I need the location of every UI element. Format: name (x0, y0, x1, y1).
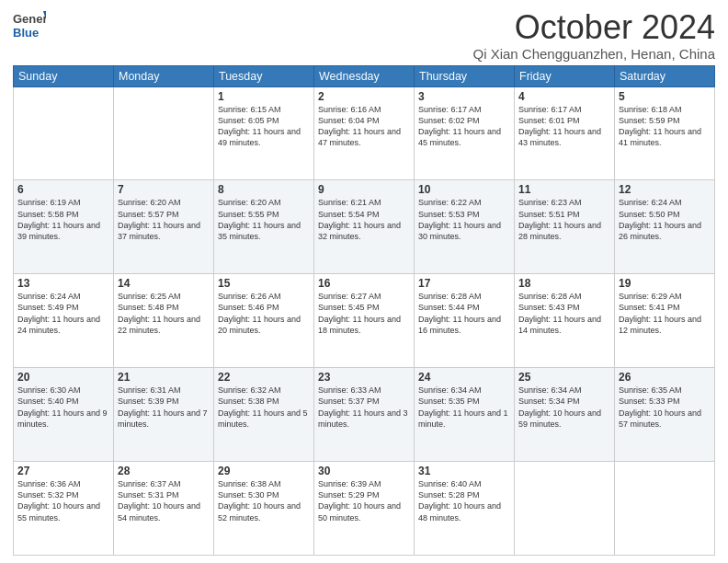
calendar-day-header: Monday (114, 65, 214, 86)
calendar-cell: 23 Sunrise: 6:33 AMSunset: 5:37 PMDaylig… (314, 368, 415, 462)
day-number: 7 (118, 183, 210, 196)
calendar-cell: 19 Sunrise: 6:29 AMSunset: 5:41 PMDaylig… (615, 274, 715, 368)
calendar-cell: 22 Sunrise: 6:32 AMSunset: 5:38 PMDaylig… (214, 368, 314, 462)
calendar-cell: 17 Sunrise: 6:28 AMSunset: 5:44 PMDaylig… (415, 274, 515, 368)
day-info: Sunrise: 6:35 AMSunset: 5:33 PMDaylight:… (619, 385, 711, 430)
header: General Blue October 2024 Qi Xian Chengg… (13, 9, 715, 62)
day-number: 9 (318, 183, 410, 196)
calendar-cell (615, 462, 715, 556)
calendar-day-header: Sunday (14, 65, 114, 86)
title-block: October 2024 Qi Xian Chengguanzhen, Hena… (472, 9, 715, 62)
day-number: 21 (118, 371, 210, 384)
day-number: 14 (118, 277, 210, 290)
calendar-week-row: 27 Sunrise: 6:36 AMSunset: 5:32 PMDaylig… (14, 462, 715, 556)
day-info: Sunrise: 6:20 AMSunset: 5:55 PMDaylight:… (218, 197, 310, 242)
day-info: Sunrise: 6:33 AMSunset: 5:37 PMDaylight:… (318, 385, 410, 430)
day-number: 25 (518, 371, 610, 384)
month-title: October 2024 (472, 9, 715, 46)
day-number: 13 (17, 277, 109, 290)
calendar-cell: 11 Sunrise: 6:23 AMSunset: 5:51 PMDaylig… (515, 180, 615, 274)
calendar-day-header: Friday (515, 65, 615, 86)
day-number: 23 (318, 371, 410, 384)
day-info: Sunrise: 6:27 AMSunset: 5:45 PMDaylight:… (318, 291, 410, 336)
day-info: Sunrise: 6:17 AMSunset: 6:01 PMDaylight:… (518, 104, 610, 149)
calendar-cell: 13 Sunrise: 6:24 AMSunset: 5:49 PMDaylig… (14, 274, 114, 368)
day-number: 27 (17, 465, 109, 477)
day-number: 11 (518, 183, 610, 196)
calendar-cell (515, 462, 615, 556)
day-info: Sunrise: 6:20 AMSunset: 5:57 PMDaylight:… (118, 197, 210, 242)
calendar-week-row: 13 Sunrise: 6:24 AMSunset: 5:49 PMDaylig… (14, 274, 715, 368)
calendar-day-header: Saturday (615, 65, 715, 86)
calendar-cell: 4 Sunrise: 6:17 AMSunset: 6:01 PMDayligh… (515, 86, 615, 180)
day-number: 12 (619, 183, 711, 196)
calendar-cell: 24 Sunrise: 6:34 AMSunset: 5:35 PMDaylig… (415, 368, 515, 462)
calendar-cell: 14 Sunrise: 6:25 AMSunset: 5:48 PMDaylig… (114, 274, 214, 368)
svg-text:General: General (13, 12, 46, 26)
day-info: Sunrise: 6:28 AMSunset: 5:43 PMDaylight:… (518, 291, 610, 336)
calendar-cell: 18 Sunrise: 6:28 AMSunset: 5:43 PMDaylig… (515, 274, 615, 368)
calendar-cell: 3 Sunrise: 6:17 AMSunset: 6:02 PMDayligh… (415, 86, 515, 180)
day-info: Sunrise: 6:39 AMSunset: 5:29 PMDaylight:… (318, 478, 410, 523)
day-info: Sunrise: 6:36 AMSunset: 5:32 PMDaylight:… (17, 478, 109, 523)
day-info: Sunrise: 6:21 AMSunset: 5:54 PMDaylight:… (318, 197, 410, 242)
calendar-table: SundayMondayTuesdayWednesdayThursdayFrid… (13, 65, 715, 556)
day-number: 20 (17, 371, 109, 384)
calendar-cell: 15 Sunrise: 6:26 AMSunset: 5:46 PMDaylig… (214, 274, 314, 368)
logo: General Blue (13, 9, 46, 42)
calendar-cell: 8 Sunrise: 6:20 AMSunset: 5:55 PMDayligh… (214, 180, 314, 274)
day-info: Sunrise: 6:24 AMSunset: 5:49 PMDaylight:… (17, 291, 109, 336)
day-number: 22 (218, 371, 310, 384)
calendar-cell: 9 Sunrise: 6:21 AMSunset: 5:54 PMDayligh… (314, 180, 415, 274)
day-info: Sunrise: 6:29 AMSunset: 5:41 PMDaylight:… (619, 291, 711, 336)
day-number: 17 (418, 277, 510, 290)
day-info: Sunrise: 6:40 AMSunset: 5:28 PMDaylight:… (418, 478, 510, 523)
calendar-cell: 1 Sunrise: 6:15 AMSunset: 6:05 PMDayligh… (214, 86, 314, 180)
day-number: 8 (218, 183, 310, 196)
calendar-day-header: Thursday (415, 65, 515, 86)
day-number: 28 (118, 465, 210, 477)
day-info: Sunrise: 6:26 AMSunset: 5:46 PMDaylight:… (218, 291, 310, 336)
day-info: Sunrise: 6:30 AMSunset: 5:40 PMDaylight:… (17, 385, 109, 430)
calendar-cell: 26 Sunrise: 6:35 AMSunset: 5:33 PMDaylig… (615, 368, 715, 462)
day-info: Sunrise: 6:24 AMSunset: 5:50 PMDaylight:… (619, 197, 711, 242)
day-info: Sunrise: 6:32 AMSunset: 5:38 PMDaylight:… (218, 385, 310, 430)
calendar-cell: 21 Sunrise: 6:31 AMSunset: 5:39 PMDaylig… (114, 368, 214, 462)
location-title: Qi Xian Chengguanzhen, Henan, China (472, 46, 715, 62)
calendar-cell: 20 Sunrise: 6:30 AMSunset: 5:40 PMDaylig… (14, 368, 114, 462)
day-info: Sunrise: 6:31 AMSunset: 5:39 PMDaylight:… (118, 385, 210, 430)
calendar-cell: 31 Sunrise: 6:40 AMSunset: 5:28 PMDaylig… (415, 462, 515, 556)
day-info: Sunrise: 6:22 AMSunset: 5:53 PMDaylight:… (418, 197, 510, 242)
day-number: 30 (318, 465, 410, 477)
day-info: Sunrise: 6:25 AMSunset: 5:48 PMDaylight:… (118, 291, 210, 336)
day-number: 6 (17, 183, 109, 196)
day-number: 31 (418, 465, 510, 477)
calendar-cell: 12 Sunrise: 6:24 AMSunset: 5:50 PMDaylig… (615, 180, 715, 274)
calendar-header-row: SundayMondayTuesdayWednesdayThursdayFrid… (14, 65, 715, 86)
calendar-cell: 2 Sunrise: 6:16 AMSunset: 6:04 PMDayligh… (314, 86, 415, 180)
day-info: Sunrise: 6:37 AMSunset: 5:31 PMDaylight:… (118, 478, 210, 523)
day-number: 18 (518, 277, 610, 290)
day-info: Sunrise: 6:17 AMSunset: 6:02 PMDaylight:… (418, 104, 510, 149)
day-number: 1 (218, 90, 310, 103)
calendar-cell: 30 Sunrise: 6:39 AMSunset: 5:29 PMDaylig… (314, 462, 415, 556)
calendar-week-row: 20 Sunrise: 6:30 AMSunset: 5:40 PMDaylig… (14, 368, 715, 462)
day-info: Sunrise: 6:34 AMSunset: 5:34 PMDaylight:… (518, 385, 610, 430)
day-info: Sunrise: 6:34 AMSunset: 5:35 PMDaylight:… (418, 385, 510, 430)
calendar-week-row: 1 Sunrise: 6:15 AMSunset: 6:05 PMDayligh… (14, 86, 715, 180)
day-number: 29 (218, 465, 310, 477)
calendar-cell (14, 86, 114, 180)
day-number: 2 (318, 90, 410, 103)
day-number: 16 (318, 277, 410, 290)
page: General Blue October 2024 Qi Xian Chengg… (0, 0, 728, 563)
day-info: Sunrise: 6:16 AMSunset: 6:04 PMDaylight:… (318, 104, 410, 149)
day-info: Sunrise: 6:28 AMSunset: 5:44 PMDaylight:… (418, 291, 510, 336)
calendar-cell: 7 Sunrise: 6:20 AMSunset: 5:57 PMDayligh… (114, 180, 214, 274)
calendar-cell: 27 Sunrise: 6:36 AMSunset: 5:32 PMDaylig… (14, 462, 114, 556)
calendar-cell: 29 Sunrise: 6:38 AMSunset: 5:30 PMDaylig… (214, 462, 314, 556)
day-info: Sunrise: 6:23 AMSunset: 5:51 PMDaylight:… (518, 197, 610, 242)
calendar-day-header: Wednesday (314, 65, 415, 86)
calendar-cell: 25 Sunrise: 6:34 AMSunset: 5:34 PMDaylig… (515, 368, 615, 462)
day-number: 15 (218, 277, 310, 290)
calendar-cell: 5 Sunrise: 6:18 AMSunset: 5:59 PMDayligh… (615, 86, 715, 180)
